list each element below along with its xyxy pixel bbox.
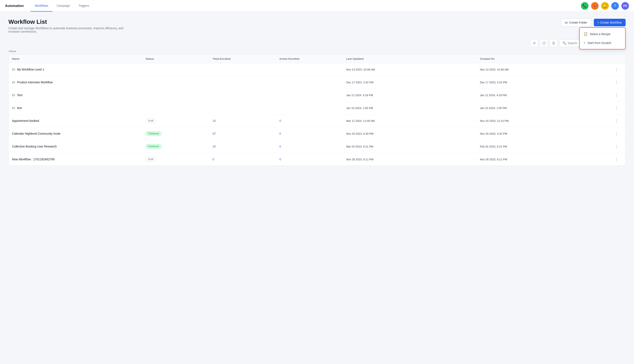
row-total-enrolled: 67 <box>213 132 280 135</box>
recipe-icon: 📋 <box>583 32 588 36</box>
table-row: Appointment booked Draft 10 0 Mar 11 202… <box>9 114 625 127</box>
row-last-updated: Mar 11 2024, 11:05 AM <box>346 119 480 122</box>
clock-rotate-icon: ↺ <box>533 41 535 45</box>
create-workflow-dropdown: 📋 Select a Recipe + Start from Scratch <box>579 27 625 50</box>
dropdown-item-recipe[interactable]: 📋 Select a Recipe <box>580 30 625 38</box>
page-subtitle: Create and manage Workflows to automate … <box>9 26 126 33</box>
tab-triggers[interactable]: Triggers <box>74 0 94 12</box>
table-row: Calendar Highlevel Community Invite Publ… <box>9 127 625 140</box>
nav-right: 📞 📣 🔔 ? PD <box>581 2 629 10</box>
nav-tabs: Workflows Campaign Triggers <box>31 0 94 12</box>
row-status: Draft <box>146 118 213 123</box>
row-more-button[interactable]: ⋮ <box>613 66 619 72</box>
col-status: Status <box>146 57 213 60</box>
table-row: 🗁 Product Interview Workflow Dec 17 2023… <box>9 76 625 89</box>
row-total-enrolled: 10 <box>213 145 280 148</box>
row-created-on: Dec 17 2023, 2:02 PM <box>480 81 613 84</box>
folder-icon: 🗁 <box>12 93 15 97</box>
status-badge: Published <box>146 144 162 149</box>
col-name: Name <box>12 57 146 60</box>
phone-icon[interactable]: 📞 <box>581 2 588 10</box>
page-header: Workflow List Create and manage Workflow… <box>9 18 625 33</box>
row-total-enrolled: 10 <box>213 119 280 122</box>
page-title-block: Workflow List Create and manage Workflow… <box>9 18 126 33</box>
megaphone-icon[interactable]: 📣 <box>591 2 599 10</box>
status-badge: Draft <box>146 118 156 123</box>
bell-icon[interactable]: 🔔 <box>601 2 609 10</box>
view-toggle-btn-1[interactable]: ↺ <box>530 39 538 47</box>
brand-name: Automation <box>5 4 24 8</box>
row-name: 🗁 My Workflow Level 1 <box>12 68 146 71</box>
list-icon: ☰ <box>552 41 555 45</box>
row-name: 🗁 test <box>12 106 146 110</box>
avatar[interactable]: PD <box>621 2 629 10</box>
row-more-button[interactable]: ⋮ <box>613 79 619 85</box>
table-row: 🗁 Test Jan 12 2024, 4:18 PM Jan 12 2024,… <box>9 89 625 102</box>
workflow-table: Name Status Total Enrolled Active Enroll… <box>9 54 625 166</box>
breadcrumb: Home <box>9 50 625 53</box>
row-name: 🗁 Test <box>12 93 146 97</box>
row-created-on: Feb 02 2023, 5:21 PM <box>480 145 613 148</box>
row-active-enrolled: 0 <box>279 119 346 122</box>
dropdown-item-scratch[interactable]: + Start from Scratch <box>580 38 625 47</box>
row-last-updated: Nov 28 2023, 8:11 PM <box>346 158 480 161</box>
col-created-on: Created On <box>480 57 613 60</box>
row-name: Collective Booking User Research <box>12 145 146 148</box>
top-nav: Automation Workflows Campaign Triggers 📞… <box>0 0 634 12</box>
plus-icon: + <box>583 41 585 45</box>
row-status: Published <box>146 144 213 149</box>
row-more-button[interactable]: ⋮ <box>613 156 619 162</box>
col-total-enrolled: Total Enrolled <box>213 57 280 60</box>
row-created-on: Nov 28 2023, 8:11 PM <box>480 158 613 161</box>
row-created-on: Nov 24 2023, 12:13 PM <box>480 119 613 122</box>
page-title: Workflow List <box>9 18 126 25</box>
row-status: Draft <box>146 157 213 162</box>
row-last-updated: Jan 12 2024, 4:18 PM <box>346 94 480 97</box>
row-status: Published <box>146 131 213 136</box>
status-badge: Draft <box>146 157 156 162</box>
row-active-enrolled: 0 <box>279 132 346 135</box>
row-more-button[interactable]: ⋮ <box>613 131 619 136</box>
row-created-on: Jan 12 2024, 4:18 PM <box>480 94 613 97</box>
col-active-enrolled: Active Enrolled <box>279 57 346 60</box>
row-created-on: Nov 13 2023, 10:48 AM <box>480 68 613 71</box>
row-last-updated: Jan 10 2024, 1:05 PM <box>346 106 480 110</box>
col-actions <box>613 57 622 60</box>
row-more-button[interactable]: ⋮ <box>613 92 619 98</box>
row-active-enrolled: 0 <box>279 158 346 161</box>
folder-icon: 🗁 <box>12 68 15 71</box>
row-name: 🗁 Product Interview Workflow <box>12 80 146 84</box>
create-workflow-button[interactable]: + Create Workflow <box>594 19 625 26</box>
row-created-on: Jan 10 2024, 1:05 PM <box>480 106 613 110</box>
toolbar: ↺ 🕐 ☰ 🔍 ⚙ Filters <box>9 39 625 47</box>
row-more-button[interactable]: ⋮ <box>613 105 619 111</box>
table-row: New Workflow : 1701182462789 Draft 0 0 N… <box>9 153 625 166</box>
tab-workflows[interactable]: Workflows <box>31 0 53 12</box>
table-header: Name Status Total Enrolled Active Enroll… <box>9 55 625 63</box>
search-icon: 🔍 <box>562 41 566 45</box>
view-toggle-btn-3[interactable]: ☰ <box>550 39 557 47</box>
row-more-button[interactable]: ⋮ <box>613 118 619 124</box>
table-row: 🗁 My Workflow Level 1 Nov 13 2023, 10:48… <box>9 63 625 76</box>
tab-campaign[interactable]: Campaign <box>53 0 74 12</box>
main-content: Workflow List Create and manage Workflow… <box>0 12 634 172</box>
row-last-updated: Dec 17 2023, 2:02 PM <box>346 81 480 84</box>
row-created-on: Nov 20 2023, 4:32 PM <box>480 132 613 135</box>
header-actions: 🗁 Create Folder + Create Workflow 📋 Sele… <box>561 18 625 26</box>
row-name: New Workflow : 1701182462789 <box>12 158 146 161</box>
help-icon[interactable]: ? <box>611 2 619 10</box>
create-folder-button[interactable]: 🗁 Create Folder <box>561 18 591 26</box>
row-active-enrolled: 0 <box>279 145 346 148</box>
view-toggle-btn-2[interactable]: 🕐 <box>540 39 548 47</box>
folder-icon: 🗁 <box>12 80 15 84</box>
row-name: Appointment booked <box>12 119 146 122</box>
row-last-updated: Mar 03 2023, 6:21 PM <box>346 145 480 148</box>
clock-icon: 🕐 <box>542 41 546 45</box>
col-last-updated: Last Updated <box>346 57 480 60</box>
row-last-updated: Nov 20 2023, 6:30 PM <box>346 132 480 135</box>
row-name: Calendar Highlevel Community Invite <box>12 132 146 135</box>
table-row: 🗁 test Jan 10 2024, 1:05 PM Jan 10 2024,… <box>9 102 625 114</box>
folder-icon: 🗁 <box>12 106 15 110</box>
row-more-button[interactable]: ⋮ <box>613 144 619 150</box>
folder-icon: 🗁 <box>565 21 568 24</box>
